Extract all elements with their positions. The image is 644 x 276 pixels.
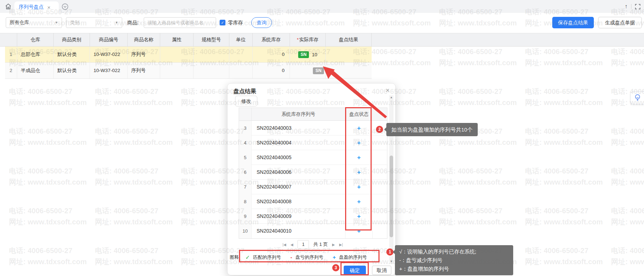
category-select[interactable]: 类别 ▼ (66, 17, 122, 28)
watermark-line: 网址: www.tdxsoft.com (525, 177, 603, 188)
column-header-label: 盘点结果 (339, 37, 358, 42)
dialog-title: 盘点结果 (233, 88, 256, 95)
inventory-result-dialog: 盘点结果 × 修改 系统库存序列号 盘点状态 3SN2024040003+4SN… (227, 83, 396, 275)
watermark-line: 电话: 4006-6500-27 (9, 205, 87, 216)
watermark: 电话: 4006-6500-27网址: www.tdxsoft.com (9, 166, 87, 188)
watermark-line: 电话: 4006-6500-27 (9, 245, 87, 256)
dialog-scrollbar[interactable]: ▲ ▼ (389, 95, 393, 264)
save-inventory-result-button[interactable]: 保存盘点结果 (552, 17, 594, 28)
watermark-line: 网址: www.tdxsoft.com (95, 216, 173, 228)
product-search-input[interactable] (144, 17, 216, 28)
watermark-line: 网址: www.tdxsoft.com (95, 137, 173, 148)
column-header: 盘点结果 (326, 33, 372, 47)
scrollbar-down-icon[interactable]: ▼ (389, 260, 393, 264)
watermark: 电话: 4006-6500-27网址: www.tdxsoft.com (611, 166, 644, 188)
serial-row[interactable]: 3SN2024040003+ (239, 121, 387, 135)
tooltip-line: +：盘盈增加的序列号 (399, 265, 509, 273)
watermark-line: 电话: 4006-6500-27 (525, 86, 603, 97)
legend-text: 盘盈的序列号 (339, 254, 367, 261)
watermark-line: 电话: 4006-6500-27 (95, 86, 173, 97)
status-mark: + (345, 135, 373, 150)
pagination-next-icon[interactable]: ▶ (332, 243, 335, 247)
watermark: 电话: 4006-6500-27网址: www.tdxsoft.com (439, 46, 517, 68)
status-mark: + (345, 165, 373, 180)
category-select-placeholder: 类别 (70, 19, 80, 26)
watermark: 电话: 4006-6500-27网址: www.tdxsoft.com (9, 126, 87, 148)
serial-number: SN2024040007 (252, 180, 345, 194)
zero-stock-checkbox[interactable]: ✓ (220, 20, 225, 25)
watermark-line: 网址: www.tdxsoft.com (611, 137, 644, 148)
help-tip-fab[interactable] (630, 91, 644, 104)
pagination-prev-icon[interactable]: ◀ (291, 243, 294, 247)
watermark-line: 电话: 4006-6500-27 (9, 166, 87, 177)
watermark: 电话: 4006-6500-27网址: www.tdxsoft.com (439, 126, 517, 148)
serial-table: 系统库存序列号 盘点状态 3SN2024040003+4SN2024040004… (239, 108, 387, 239)
column-header: 仓库 (17, 33, 54, 47)
column-header: 商品编号 (90, 33, 128, 47)
serial-row-number: 7 (239, 180, 252, 194)
watermark-line: 电话: 4006-6500-27 (611, 245, 644, 256)
scrollbar-thumb[interactable] (390, 156, 393, 237)
serial-number: SN2024040008 (252, 194, 345, 209)
table-body: 1总部仓库默认分类10-W37-022序列号0SN102半成品仓默认分类10-W… (5, 47, 372, 79)
watermark: 电话: 4006-6500-27网址: www.tdxsoft.com (439, 245, 517, 267)
serial-row[interactable]: 5SN2024040005+ (239, 150, 387, 165)
tooltip-text: 如当前为盘盈增加的序列号共10个 (391, 127, 473, 133)
serial-row[interactable]: 10SN2024040010+ (239, 224, 387, 238)
fullscreen-icon[interactable] (635, 4, 640, 9)
recent-tabs-icon[interactable] (62, 3, 68, 10)
scrollbar-up-icon[interactable]: ▲ (389, 95, 393, 100)
serial-row[interactable]: 9SN2024040009+ (239, 209, 387, 224)
serial-table-body: 3SN2024040003+4SN2024040004+5SN202404000… (239, 121, 387, 238)
required-asterisk: * (297, 37, 299, 42)
watermark-line: 电话: 4006-6500-27 (9, 86, 87, 97)
zero-stock-label: 零库存 (228, 17, 243, 28)
serial-table-header: 系统库存序列号 盘点状态 (239, 108, 387, 121)
serial-row-number: 6 (239, 165, 252, 180)
serial-row[interactable]: 8SN2024040008+ (239, 194, 387, 209)
tab-close-icon[interactable]: × (47, 4, 51, 10)
serial-row-number: 3 (239, 121, 252, 135)
table-row[interactable]: 1总部仓库默认分类10-W37-022序列号0SN10 (5, 47, 372, 63)
cell-warehouse: 总部仓库 (17, 47, 54, 63)
watermark: 电话: 4006-6500-27网址: www.tdxsoft.com (611, 245, 644, 267)
watermark-line: 电话: 4006-6500-27 (95, 205, 173, 216)
watermark-line: 网址: www.tdxsoft.com (95, 97, 173, 108)
watermark-line: 网址: www.tdxsoft.com (525, 57, 603, 68)
pagination: |◀ ◀ 共 1 页 ▶ ▶| (239, 239, 387, 250)
home-icon[interactable] (4, 3, 12, 10)
column-header-label: 实际库存 (299, 37, 319, 42)
serial-row-number: 5 (239, 150, 252, 165)
tooltip-line: √：说明输入的序列号已存在系统; (399, 247, 509, 256)
watermark-line: 电话: 4006-6500-27 (439, 86, 517, 97)
modify-button[interactable]: 修改 (235, 96, 257, 106)
cell-name: 序列号 (128, 63, 160, 79)
watermark-line: 电话: 4006-6500-27 (611, 46, 644, 57)
legend-symbol: - (290, 254, 292, 260)
filter-bar: 所有仓库 ▼ 类别 ▼ 商品: ✓ 零库存 查询 保存盘点结果 生成盘点单据 (0, 13, 644, 32)
watermark-line: 网址: www.tdxsoft.com (9, 177, 87, 188)
search-button[interactable]: 查询 (251, 17, 272, 28)
sn-badge[interactable]: SN (298, 51, 309, 58)
cancel-button[interactable]: 取消 (372, 266, 391, 275)
watermark-line: 网址: www.tdxsoft.com (439, 256, 517, 267)
sn-badge[interactable]: SN (313, 67, 324, 74)
generate-inventory-doc-button[interactable]: 生成盘点单据 (598, 17, 642, 28)
spare-header (373, 108, 387, 121)
page-number-input[interactable] (297, 240, 309, 249)
tab-serial-inventory[interactable]: 序列号盘点 × (14, 1, 59, 13)
table-row[interactable]: 2半成品仓默认分类10-W37-022序列号0SN (5, 63, 372, 79)
warehouse-select[interactable]: 所有仓库 ▼ (6, 17, 62, 28)
pagination-first-icon[interactable]: |◀ (282, 243, 286, 247)
dialog-close-icon[interactable]: × (386, 87, 390, 94)
serial-row[interactable]: 4SN2024040004+ (239, 135, 387, 150)
cell-result (326, 47, 372, 63)
pagination-last-icon[interactable]: ▶| (339, 243, 343, 247)
watermark-line: 网址: www.tdxsoft.com (439, 177, 517, 188)
scroll-top-icon[interactable]: ↑ (625, 3, 628, 10)
serial-row[interactable]: 6SN2024040006+ (239, 165, 387, 180)
column-header-label: 商品类别 (62, 37, 81, 42)
cell-actual-stock: SN10 (290, 47, 326, 63)
serial-row[interactable]: 7SN2024040007+ (239, 180, 387, 194)
confirm-button[interactable]: 确定 (344, 266, 366, 275)
